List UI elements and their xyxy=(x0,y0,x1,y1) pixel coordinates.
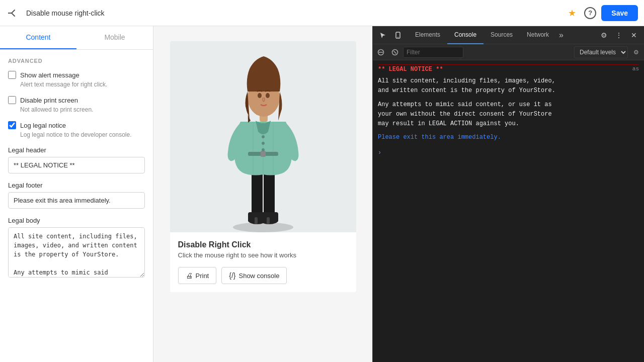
disable-print-row: Disable print screen xyxy=(8,96,145,104)
tab-content[interactable]: Content xyxy=(0,26,76,49)
show-alert-row: Show alert message xyxy=(8,71,145,79)
legal-footer-input[interactable] xyxy=(8,192,145,209)
center-preview: Disable Right Click Click the mouse righ… xyxy=(153,26,372,362)
panel-content: ADVANCED Show alert message Alert text m… xyxy=(0,50,153,295)
disable-print-label: Disable print screen xyxy=(20,97,78,104)
preview-image xyxy=(170,41,356,232)
preview-body: Disable Right Click Click the mouse righ… xyxy=(170,232,356,292)
top-icons: ★ ? Save xyxy=(565,5,638,21)
legal-body-textarea[interactable]: All site content, including files, image… xyxy=(8,227,145,278)
help-icon[interactable]: ? xyxy=(584,7,596,19)
devtools-settings-icon[interactable]: ⚙ xyxy=(597,28,611,42)
devtools-dots-icon[interactable]: ⋮ xyxy=(612,28,626,42)
left-panel: Content Mobile ADVANCED Show alert messa… xyxy=(0,26,153,362)
content-mobile-tabs: Content Mobile xyxy=(0,26,153,50)
log-legal-label: Log legal notice xyxy=(20,122,66,129)
devtools-clear-icon[interactable] xyxy=(389,46,401,58)
svg-point-15 xyxy=(258,93,262,98)
devtools-filter-input[interactable] xyxy=(403,47,463,58)
show-alert-checkbox[interactable] xyxy=(8,71,16,79)
console-legal-header: ** LEGAL NOTICE ** xyxy=(378,65,628,74)
tab-sources[interactable]: Sources xyxy=(484,26,520,44)
console-as-label: as xyxy=(628,65,639,74)
disable-print-checkbox[interactable] xyxy=(8,96,16,104)
console-legal-body2: Any attempts to mimic said content, or u… xyxy=(378,100,628,129)
svg-rect-7 xyxy=(255,217,258,224)
devtools-more-tabs[interactable]: » xyxy=(556,31,567,40)
main-area: Content Mobile ADVANCED Show alert messa… xyxy=(0,26,644,362)
top-bar: Disable mouse right-click ★ ? Save xyxy=(0,0,644,26)
devtools-icons-right: ⚙ ⋮ ✕ xyxy=(594,28,644,42)
svg-point-18 xyxy=(262,142,265,145)
tab-console[interactable]: Console xyxy=(447,26,484,44)
console-prompt-row: › xyxy=(378,148,639,158)
save-button[interactable]: Save xyxy=(601,5,638,21)
devtools-icons-left xyxy=(373,28,408,42)
svg-point-17 xyxy=(262,135,265,138)
devtools-filter-bar: Default levels ⚙ xyxy=(373,44,644,60)
disable-print-helper: Not allowed to print screen. xyxy=(8,106,145,113)
console-caret: › xyxy=(378,149,381,156)
print-icon: 🖨 xyxy=(186,272,193,280)
devtools-close-icon[interactable]: ✕ xyxy=(627,28,641,42)
print-label: Print xyxy=(196,272,209,280)
svg-point-21 xyxy=(397,37,398,38)
preview-subtitle: Click the mouse right to see how it work… xyxy=(178,251,348,259)
page-title: Disable mouse right-click xyxy=(26,9,559,17)
back-button[interactable] xyxy=(6,6,20,20)
preview-actions: 🖨 Print {/} Show console xyxy=(178,267,348,284)
svg-rect-12 xyxy=(261,151,266,157)
legal-footer-label: Legal footer xyxy=(8,182,145,189)
log-legal-checkbox[interactable] xyxy=(8,121,16,129)
svg-point-19 xyxy=(262,148,265,151)
legal-body-group: Legal body All site content, including f… xyxy=(8,217,145,279)
show-alert-label: Show alert message xyxy=(20,71,79,79)
devtools-console-content: ** LEGAL NOTICE ** All site content, inc… xyxy=(373,60,644,362)
devtools-mobile-icon[interactable] xyxy=(391,28,405,42)
devtools-topbar: Elements Console Sources Network » ⚙ ⋮ ✕ xyxy=(373,26,644,44)
console-legal-body1: All site content, including files, image… xyxy=(378,76,628,96)
tab-mobile[interactable]: Mobile xyxy=(76,26,153,49)
tab-elements[interactable]: Elements xyxy=(408,26,447,44)
svg-rect-10 xyxy=(267,217,270,224)
section-label-advanced: ADVANCED xyxy=(8,58,145,64)
devtools-level-select[interactable]: Default levels xyxy=(574,46,628,58)
devtools-tabs: Elements Console Sources Network » xyxy=(408,26,594,44)
svg-line-25 xyxy=(394,51,396,53)
legal-body-label: Legal body xyxy=(8,217,145,224)
svg-point-16 xyxy=(266,93,270,98)
preview-card: Disable Right Click Click the mouse righ… xyxy=(170,41,356,292)
show-console-button[interactable]: {/} Show console xyxy=(221,267,287,284)
devtools-noentry-icon[interactable] xyxy=(375,46,387,58)
log-legal-row: Log legal notice xyxy=(8,121,145,129)
print-button[interactable]: 🖨 Print xyxy=(178,267,217,284)
console-legal-block: ** LEGAL NOTICE ** All site content, inc… xyxy=(378,64,639,146)
devtools-panel: Elements Console Sources Network » ⚙ ⋮ ✕ xyxy=(372,26,644,362)
console-icon: {/} xyxy=(229,272,235,280)
svg-point-2 xyxy=(233,222,293,232)
model-image xyxy=(170,41,356,232)
log-legal-helper: Log legal notice to the developer consol… xyxy=(8,131,145,138)
show-alert-helper: Alert text message for right click. xyxy=(8,81,145,88)
preview-title: Disable Right Click xyxy=(178,240,348,249)
legal-footer-group: Legal footer xyxy=(8,182,145,209)
tab-network[interactable]: Network xyxy=(520,26,556,44)
show-console-label: Show console xyxy=(238,272,279,280)
star-icon[interactable]: ★ xyxy=(565,6,579,20)
devtools-gear-right-icon[interactable]: ⚙ xyxy=(630,46,642,58)
legal-header-group: Legal header xyxy=(8,146,145,173)
console-legal-footer: Please exit this area immediately. xyxy=(378,133,628,142)
legal-header-label: Legal header xyxy=(8,146,145,154)
legal-header-input[interactable] xyxy=(8,157,145,173)
devtools-pointer-icon[interactable] xyxy=(376,28,390,42)
